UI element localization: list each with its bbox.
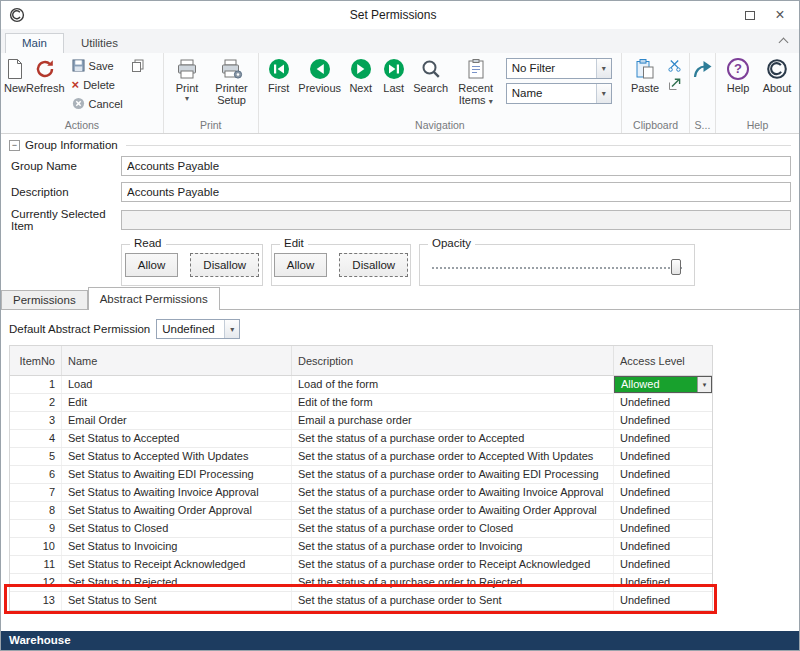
ribbon-tab-utilities[interactable]: Utilities [64,33,135,53]
cell-access-level[interactable]: Undefined [614,520,712,537]
cell-description[interactable]: Set the status of a purchase order to In… [292,538,614,555]
table-row[interactable]: 1LoadLoad of the formAllowed▾ [10,376,712,394]
cell-access-level[interactable]: Undefined [614,448,712,465]
cell-name[interactable]: Edit [62,394,292,411]
cell-access-level[interactable]: Undefined [614,574,712,591]
cell-description[interactable]: Set the status of a purchase order to Re… [292,556,614,573]
collapse-section-icon[interactable]: − [9,140,20,151]
cell-itemno[interactable]: 3 [10,412,62,429]
cell-name[interactable]: Set Status to Receipt Acknowledged [62,556,292,573]
table-row[interactable]: 10Set Status to InvoicingSet the status … [10,538,712,556]
cell-itemno[interactable]: 1 [10,376,62,393]
collapse-ribbon-button[interactable] [775,35,791,49]
cell-access-level[interactable]: Undefined [614,556,712,573]
cell-name[interactable]: Set Status to Invoicing [62,538,292,555]
cell-access-level[interactable]: Undefined [614,484,712,501]
export-button[interactable] [666,75,683,94]
slider-thumb[interactable] [671,259,681,275]
edit-disallow-button[interactable]: Disallow [339,253,408,277]
table-row[interactable]: 7Set Status to Awaiting Invoice Approval… [10,484,712,502]
cell-access-level[interactable]: Allowed▾ [614,376,712,393]
group-name-input[interactable] [121,156,791,176]
cell-name[interactable]: Set Status to Rejected [62,574,292,591]
last-button[interactable]: Last [378,56,410,94]
column-header-access-level[interactable]: Access Level [614,346,712,375]
table-row[interactable]: 6Set Status to Awaiting EDI ProcessingSe… [10,466,712,484]
cell-itemno[interactable]: 11 [10,556,62,573]
cell-access-level[interactable]: Undefined [614,394,712,411]
cell-description[interactable]: Set the status of a purchase order to Aw… [292,466,614,483]
table-row[interactable]: 4Set Status to AcceptedSet the status of… [10,430,712,448]
recent-items-button[interactable]: Recent Items ▾ [452,56,500,107]
column-header-name[interactable]: Name [62,346,292,375]
cell-name[interactable]: Load [62,376,292,393]
about-button[interactable]: About [757,56,797,94]
close-button[interactable]: × [765,2,795,28]
sort-dropdown-icon[interactable]: ▾ [596,84,611,103]
help-button[interactable]: ? Help [719,56,757,94]
table-row[interactable]: 3Email OrderEmail a purchase orderUndefi… [10,412,712,430]
opacity-slider[interactable] [432,259,682,277]
cell-description[interactable]: Set the status of a purchase order to Aw… [292,484,614,501]
table-row[interactable]: 11Set Status to Receipt AcknowledgedSet … [10,556,712,574]
cell-name[interactable]: Email Order [62,412,292,429]
description-input[interactable] [121,182,791,202]
cell-access-level[interactable]: Undefined [614,412,712,429]
previous-button[interactable]: Previous [296,56,344,94]
share-button[interactable] [692,56,714,80]
first-button[interactable]: First [262,56,296,94]
printer-setup-button[interactable]: Printer Setup [207,56,255,107]
cell-name[interactable]: Set Status to Awaiting Invoice Approval [62,484,292,501]
cell-description[interactable]: Load of the form [292,376,614,393]
cell-itemno[interactable]: 8 [10,502,62,519]
read-allow-button[interactable]: Allow [125,253,178,277]
column-header-description[interactable]: Description [292,346,614,375]
print-button[interactable]: Print ▾ [167,56,208,102]
cell-name[interactable]: Set Status to Closed [62,520,292,537]
maximize-button[interactable] [735,2,765,28]
table-row[interactable]: 5Set Status to Accepted With UpdatesSet … [10,448,712,466]
table-row[interactable]: 12Set Status to RejectedSet the status o… [10,574,712,592]
tab-abstract-permissions[interactable]: Abstract Permissions [88,287,220,310]
cell-access-level[interactable]: Undefined [614,592,712,610]
save-button[interactable]: Save [70,56,116,75]
new-button[interactable]: New [4,56,26,94]
cell-access-level[interactable]: Undefined [614,430,712,447]
cell-itemno[interactable]: 12 [10,574,62,591]
cell-itemno[interactable]: 6 [10,466,62,483]
tab-permissions[interactable]: Permissions [1,290,88,310]
cell-description[interactable]: Edit of the form [292,394,614,411]
cell-description[interactable]: Set the status of a purchase order to Se… [292,592,614,610]
ribbon-tab-main[interactable]: Main [5,33,64,53]
cell-description[interactable]: Set the status of a purchase order to Re… [292,574,614,591]
table-row[interactable]: 2EditEdit of the formUndefined [10,394,712,412]
cell-itemno[interactable]: 7 [10,484,62,501]
table-row[interactable]: 8Set Status to Awaiting Order ApprovalSe… [10,502,712,520]
edit-allow-button[interactable]: Allow [274,253,327,277]
cancel-button[interactable]: Cancel [70,94,146,113]
cell-itemno[interactable]: 5 [10,448,62,465]
cell-access-level[interactable]: Undefined [614,466,712,483]
table-row[interactable]: 13Set Status to SentSet the status of a … [10,592,712,610]
cell-name[interactable]: Set Status to Sent [62,592,292,610]
refresh-button[interactable]: Refresh [26,56,65,94]
cut-button[interactable] [666,56,683,75]
default-abstract-dropdown-icon[interactable]: ▾ [224,320,239,338]
table-row[interactable]: 9Set Status to ClosedSet the status of a… [10,520,712,538]
cell-itemno[interactable]: 9 [10,520,62,537]
access-level-dropdown-icon[interactable]: ▾ [697,377,711,392]
filter-dropdown-icon[interactable]: ▾ [596,59,611,78]
delete-button[interactable]: × Delete [70,75,146,94]
paste-button[interactable]: Paste [625,56,665,94]
cell-name[interactable]: Set Status to Awaiting Order Approval [62,502,292,519]
cell-name[interactable]: Set Status to Accepted [62,430,292,447]
cell-access-level[interactable]: Undefined [614,502,712,519]
column-header-itemno[interactable]: ItemNo [10,346,62,375]
cell-name[interactable]: Set Status to Awaiting EDI Processing [62,466,292,483]
read-disallow-button[interactable]: Disallow [190,253,259,277]
cell-itemno[interactable]: 4 [10,430,62,447]
search-button[interactable]: Search [410,56,452,94]
cell-itemno[interactable]: 13 [10,592,62,610]
sort-combobox[interactable]: Name ▾ [506,83,612,104]
cell-description[interactable]: Email a purchase order [292,412,614,429]
